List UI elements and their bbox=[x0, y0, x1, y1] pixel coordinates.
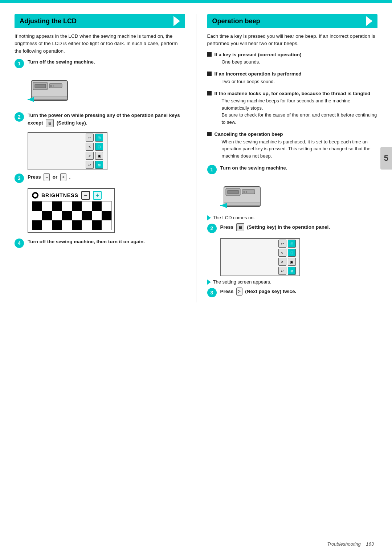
plus-key-inline: + bbox=[60, 173, 66, 181]
bullet-2: If an incorrect operation is performed T… bbox=[207, 70, 378, 87]
svg-rect-10 bbox=[228, 190, 238, 194]
right-step-2-text: Press ⊟ (Setting key) in the operation p… bbox=[220, 223, 330, 231]
cell-2-6 bbox=[82, 211, 91, 220]
left-section-title: Adjusting the LCD bbox=[20, 17, 77, 25]
left-section-header: Adjusting the LCD bbox=[15, 14, 185, 28]
cell-1-5 bbox=[72, 201, 82, 211]
cell-2-7 bbox=[92, 211, 102, 220]
pk-page: ▣ bbox=[95, 152, 103, 160]
cell-1-2 bbox=[42, 201, 52, 211]
cell-2-2 bbox=[42, 211, 52, 220]
cell-3-7 bbox=[92, 220, 102, 230]
svg-text:0 1: 0 1 bbox=[243, 190, 248, 194]
left-intro-text: If nothing appears in the LCD when the s… bbox=[15, 33, 185, 55]
page-number: 163 bbox=[366, 541, 374, 547]
pk-settings-icon: ⊟ bbox=[95, 143, 103, 151]
page-footer: Troubleshooting 163 bbox=[327, 541, 374, 547]
right-column: Operation beep Each time a key is presse… bbox=[207, 14, 378, 302]
bullet-square-1 bbox=[207, 52, 212, 57]
brightness-illustration: BRIGHTNESS − + bbox=[28, 188, 115, 233]
pkr-row-3: > ▣ bbox=[278, 258, 296, 266]
right-intro-text: Each time a key is pressed you will hear… bbox=[207, 33, 378, 48]
header-arrow-left bbox=[173, 16, 180, 26]
pk-row-4: ↵ ⊠ bbox=[86, 161, 103, 169]
right-step-1-text: Turn on the sewing machine. bbox=[220, 164, 287, 172]
bullet-4-title: Canceling the operation beep bbox=[215, 131, 378, 138]
pkr-row-1: ↩ ⊞ bbox=[278, 240, 296, 248]
panel-keys-step2: ↩ ⊞ < ⊟ > ▣ ↵ ⊠ bbox=[86, 134, 103, 169]
pk-extra: ⊠ bbox=[95, 161, 103, 169]
header-arrow-right bbox=[366, 16, 372, 26]
bullet-1: If a key is pressed (correct operation) … bbox=[207, 51, 378, 68]
cell-2-1 bbox=[32, 211, 42, 220]
next-page-key: > bbox=[236, 288, 242, 296]
svg-rect-2 bbox=[35, 84, 46, 88]
bullet-square-4 bbox=[207, 132, 212, 136]
sewing-machine-svg-2: 0 1 bbox=[220, 179, 268, 212]
cell-3-1 bbox=[32, 220, 42, 230]
cell-1-3 bbox=[52, 201, 62, 211]
cell-3-6 bbox=[82, 220, 91, 230]
cell-1-7 bbox=[92, 201, 102, 211]
cell-1-1 bbox=[32, 201, 42, 211]
footer-text: Troubleshooting bbox=[327, 541, 361, 547]
pk-back: ↩ bbox=[86, 134, 94, 142]
bullet-square-2 bbox=[207, 72, 212, 76]
brightness-top-row: BRIGHTNESS − + bbox=[32, 191, 110, 200]
setting-screen-appears: The setting screen appears. bbox=[207, 279, 378, 285]
chapter-tab: 5 bbox=[380, 147, 392, 170]
top-bar bbox=[0, 0, 392, 3]
right-step-3-circle: 3 bbox=[207, 288, 217, 297]
arrow-triangle-1 bbox=[207, 215, 211, 220]
bullet-square-3 bbox=[207, 91, 212, 95]
pk-row-2: < ⊟ bbox=[86, 143, 103, 151]
step-2-text: Turn the power on while pressing any of … bbox=[28, 112, 185, 127]
pk-row-1: ↩ ⊞ bbox=[86, 134, 103, 142]
brightness-plus-btn[interactable]: + bbox=[93, 191, 102, 200]
step-1-circle: 1 bbox=[15, 59, 24, 68]
cell-3-5 bbox=[72, 220, 82, 230]
bullet-4-desc: When the sewing machine is purchased, it… bbox=[222, 138, 378, 160]
checkerboard bbox=[32, 201, 112, 230]
pkr-left: < bbox=[278, 249, 286, 257]
bullet-1-desc: One beep sounds. bbox=[222, 58, 302, 66]
cell-2-3 bbox=[52, 211, 62, 220]
sewing-machine-svg-1: 0 1 bbox=[28, 73, 75, 106]
right-step-1-row: 1 Turn on the sewing machine. bbox=[207, 164, 378, 174]
right-step-3-row: 3 Press > (Next page key) twice. bbox=[207, 288, 378, 297]
cell-3-8 bbox=[102, 220, 111, 230]
panel-keys-step2r: ↩ ⊞ < ⊟ > ▣ ↵ ⊠ bbox=[278, 240, 296, 275]
step-2-circle: 2 bbox=[15, 112, 24, 122]
pkr-right: > bbox=[278, 258, 286, 266]
cell-3-3 bbox=[52, 220, 62, 230]
panel-illustration-step2r: ↩ ⊞ < ⊟ > ▣ ↵ ⊠ bbox=[220, 238, 300, 276]
pk-right: > bbox=[86, 152, 94, 160]
setting-key-icon-step2r: ⊟ bbox=[236, 223, 244, 231]
column-divider bbox=[196, 14, 196, 302]
brightness-minus-btn[interactable]: − bbox=[81, 191, 90, 200]
pkr-row-4: ↵ ⊠ bbox=[278, 267, 296, 275]
cell-1-6 bbox=[82, 201, 91, 211]
pkr-settings: ⊟ bbox=[288, 249, 296, 257]
left-column: Adjusting the LCD If nothing appears in … bbox=[15, 14, 185, 302]
lcd-comes-on: The LCD comes on. bbox=[207, 215, 378, 220]
cell-1-8 bbox=[102, 201, 111, 211]
step-1-text: Turn off the sewing machine. bbox=[28, 58, 95, 66]
pk-row-3: > ▣ bbox=[86, 152, 103, 160]
pkr-extra: ⊠ bbox=[288, 267, 296, 275]
svg-rect-5 bbox=[31, 97, 68, 100]
right-step-1-circle: 1 bbox=[207, 165, 217, 174]
pkr-page: ▣ bbox=[288, 258, 296, 266]
right-step-3-text: Press > (Next page key) twice. bbox=[220, 288, 297, 296]
pkr-row-2: < ⊟ bbox=[278, 249, 296, 257]
bullet-3: If the machine locks up, for example, be… bbox=[207, 90, 378, 128]
bullet-3-desc: The sewing machine beeps for four second… bbox=[222, 97, 378, 126]
right-section-title: Operation beep bbox=[212, 17, 260, 25]
pk-stitch: ⊞ bbox=[95, 134, 103, 142]
cell-3-2 bbox=[42, 220, 52, 230]
cell-3-4 bbox=[62, 220, 72, 230]
brightness-icon bbox=[32, 192, 38, 199]
right-step-2-circle: 2 bbox=[207, 224, 217, 233]
cell-1-4 bbox=[62, 201, 72, 211]
bullet-2-desc: Two or four beeps sound. bbox=[222, 78, 302, 85]
